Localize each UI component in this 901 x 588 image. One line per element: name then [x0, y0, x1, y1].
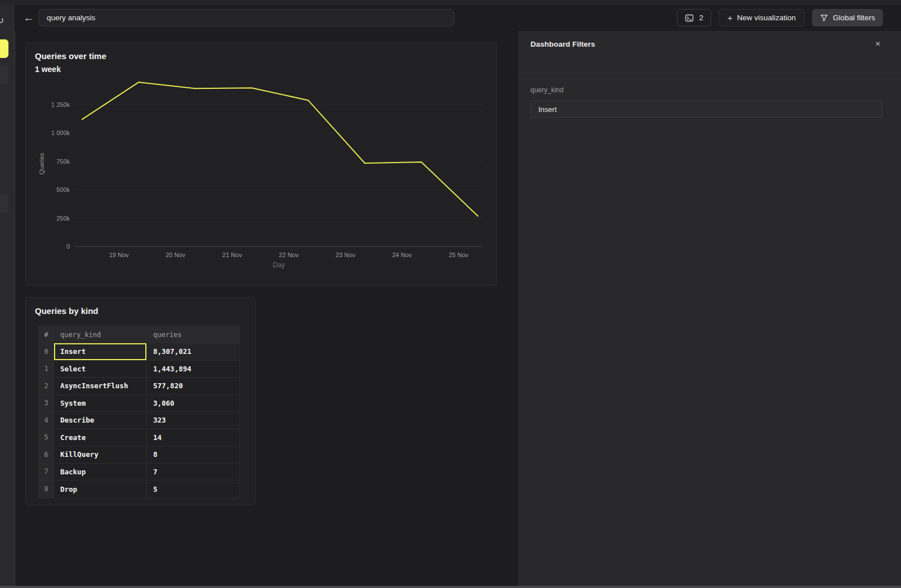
console-icon	[685, 14, 694, 23]
query-kind-cell[interactable]: Insert	[53, 343, 147, 360]
row-index-cell: 1	[39, 361, 53, 378]
svg-text:22 Nov: 22 Nov	[279, 252, 298, 258]
query-kind-cell[interactable]: Create	[53, 429, 147, 446]
new-visualization-button[interactable]: + New visualization	[719, 9, 805, 26]
filter-field-label: query_kind	[530, 86, 564, 94]
row-index-cell: 5	[39, 429, 53, 446]
queries-by-kind-card: Queries by kind # query_kind queries 0 I…	[25, 297, 256, 505]
table-header-row: # query_kind queries	[39, 326, 239, 343]
svg-text:20 Nov: 20 Nov	[166, 252, 185, 258]
column-header-index[interactable]: #	[39, 326, 53, 343]
query-kind-cell[interactable]: Describe	[53, 412, 147, 429]
queries-value-cell[interactable]: 323	[147, 412, 239, 429]
global-filters-button[interactable]: Global filters	[812, 9, 883, 26]
window-top-edge	[0, 0, 901, 5]
svg-text:1 000k: 1 000k	[51, 129, 70, 136]
column-header-query-kind[interactable]: query_kind	[53, 326, 147, 343]
window-bottom-edge	[0, 586, 901, 588]
queries-value-cell[interactable]: 3,060	[147, 395, 239, 412]
back-button[interactable]: ←	[21, 11, 36, 25]
svg-text:21 Nov: 21 Nov	[222, 252, 242, 258]
close-panel-button[interactable]: ✕	[872, 39, 884, 48]
svg-text:19 Nov: 19 Nov	[109, 252, 129, 258]
row-index-cell: 3	[39, 395, 53, 412]
funnel-filter-icon	[820, 14, 828, 22]
queries-value-cell[interactable]: 7	[147, 464, 239, 481]
results-table: # query_kind queries 0 Insert 8,307,021 …	[38, 326, 240, 499]
table-row: 2 AsyncInsertFlush 577,820	[39, 378, 239, 395]
svg-text:23 Nov: 23 Nov	[336, 252, 355, 258]
queries-value-cell[interactable]: 1,443,894	[147, 361, 239, 378]
svg-text:0: 0	[66, 243, 70, 250]
row-index-cell: 4	[39, 412, 53, 429]
left-rail: ↻	[0, 5, 15, 586]
query-kind-cell[interactable]: Drop	[53, 481, 147, 498]
global-filters-label: Global filters	[833, 14, 875, 22]
queries-value-cell[interactable]: 5	[147, 481, 239, 498]
row-index-cell: 6	[39, 446, 53, 463]
dashboard-title-input[interactable]	[38, 9, 454, 26]
plus-icon: +	[728, 14, 733, 22]
svg-text:Day: Day	[273, 261, 284, 269]
svg-text:25 Nov: 25 Nov	[449, 252, 469, 258]
row-index-cell: 2	[39, 378, 53, 394]
svg-text:24 Nov: 24 Nov	[392, 252, 412, 258]
table-row: 4 Describe 323	[39, 412, 239, 429]
sidebar-item[interactable]	[0, 65, 8, 84]
table-row: 0 Insert 8,307,021	[39, 343, 239, 361]
topbar: ← 2 + New visualization Global filter	[15, 5, 901, 31]
console-count: 2	[699, 14, 703, 22]
table-row: 3 System 3,060	[39, 395, 239, 412]
table-title: Queries by kind	[35, 306, 99, 316]
svg-text:1 250k: 1 250k	[51, 101, 70, 108]
table-row: 8 Drop 5	[39, 481, 239, 498]
query-kind-cell[interactable]: Select	[53, 361, 147, 378]
queries-value-cell[interactable]: 8	[147, 446, 239, 463]
panel-divider	[518, 73, 901, 74]
queries-value-cell[interactable]: 8,307,021	[147, 343, 239, 360]
svg-text:750k: 750k	[56, 158, 70, 165]
svg-text:500k: 500k	[56, 186, 70, 193]
topbar-actions: 2 + New visualization Global filters	[677, 9, 883, 26]
row-index-cell: 7	[39, 464, 53, 481]
query-kind-filter-input[interactable]	[530, 101, 882, 118]
query-kind-cell[interactable]: Backup	[53, 464, 147, 481]
queries-value-cell[interactable]: 14	[147, 429, 239, 446]
table-row: 1 Select 1,443,894	[39, 361, 239, 378]
console-count-button[interactable]: 2	[677, 9, 711, 26]
dashboard-filters-panel: Dashboard Filters ✕ query_kind	[518, 31, 901, 588]
row-index-cell: 0	[39, 343, 53, 360]
close-icon: ✕	[875, 40, 881, 48]
row-index-cell: 8	[39, 481, 53, 498]
table-row: 5 Create 14	[39, 429, 239, 447]
query-kind-cell[interactable]: AsyncInsertFlush	[53, 378, 147, 394]
svg-text:Queries: Queries	[38, 152, 45, 174]
new-visualization-label: New visualization	[737, 14, 796, 22]
sidebar-item[interactable]	[0, 194, 8, 213]
panel-title: Dashboard Filters	[530, 40, 595, 48]
table-row: 6 KillQuery 8	[39, 446, 239, 464]
svg-text:250k: 250k	[56, 215, 70, 222]
queries-line-chart[interactable]: 0250k500k750k1 000k1 250k19 Nov20 Nov21 …	[26, 43, 498, 286]
column-header-queries[interactable]: queries	[147, 326, 239, 343]
queries-over-time-card: Queries over time 1 week 0250k500k750k1 …	[25, 42, 497, 286]
table-row: 7 Backup 7	[39, 464, 239, 481]
queries-value-cell[interactable]: 577,820	[147, 378, 239, 394]
query-kind-cell[interactable]: System	[53, 395, 147, 412]
back-arrow-icon: ←	[24, 12, 34, 24]
query-kind-cell[interactable]: KillQuery	[53, 446, 147, 463]
history-refresh-icon[interactable]: ↻	[0, 15, 4, 26]
sidebar-item-active[interactable]	[0, 39, 8, 58]
